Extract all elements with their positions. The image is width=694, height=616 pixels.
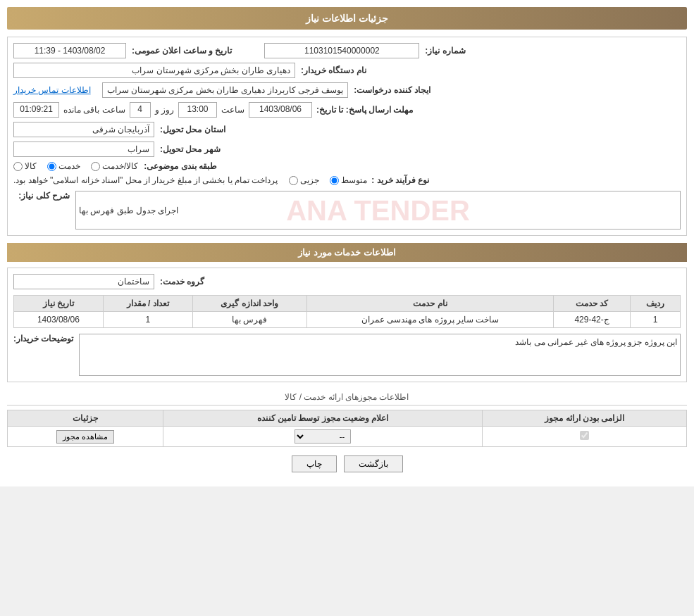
remaining-label: ساعت باقی مانده	[63, 105, 125, 115]
deadline-label: مهلت ارسال پاسخ: تا تاریخ:	[316, 105, 413, 115]
services-section: گروه خدمت: ساختمان ردیف کد حدمت نام حدمت…	[7, 268, 687, 382]
general-desc-area: ANA TENDER اجرای جدول طبق فهرس بها	[75, 191, 681, 230]
category-kala-label: کالا	[25, 161, 37, 171]
buyer-org-value: دهیاری طاران بخش مرکزی شهرستان سراب	[13, 63, 295, 78]
purchase-type-label: نوع فرآیند خرید :	[371, 175, 429, 185]
col-date: تاریخ نیاز	[14, 296, 104, 312]
view-license-button[interactable]: مشاهده مجوز	[56, 430, 114, 444]
license-section-title: اطلاعات مجوزهای ارائه خدمت / کالا	[285, 392, 409, 402]
page-wrapper: جزئیات اطلاعات نیاز شماره نیاز: 11031015…	[0, 0, 694, 486]
category-khadamat[interactable]: خدمت	[47, 161, 80, 171]
category-khadamat-radio[interactable]	[47, 162, 56, 171]
page-header: جزئیات اطلاعات نیاز	[7, 7, 687, 30]
need-number-value: 1103101540000002	[264, 43, 419, 58]
table-row: 1 ج-42-429 ساخت سایر پروژه های مهندسی عم…	[14, 312, 681, 328]
deadline-date: 1403/08/06	[249, 102, 312, 118]
category-kala-khadamat[interactable]: کالا/خدمت	[91, 161, 138, 171]
category-kala[interactable]: کالا	[13, 161, 37, 171]
col-status: اعلام وضعیت مجوز توسط تامین کننده	[163, 410, 483, 427]
license-required-cell	[483, 427, 687, 447]
buyer-desc-label: توضیحات خریدار:	[13, 334, 73, 344]
back-button[interactable]: بازگشت	[344, 455, 403, 472]
license-section: اطلاعات مجوزهای ارائه خدمت / کالا الزامی…	[7, 389, 687, 447]
cell-unit: فهرس بها	[192, 312, 306, 328]
creator-label: ایجاد کننده درخواست:	[354, 85, 430, 95]
purchase-motavasset-label: متوسط	[341, 175, 367, 185]
services-table-header: ردیف کد حدمت نام حدمت واحد اندازه گیری ت…	[14, 296, 681, 312]
category-row: طبقه بندی موضوعی: کالا/خدمت خدمت کالا	[13, 161, 681, 171]
need-number-row: شماره نیاز: 1103101540000002 تاریخ و ساع…	[13, 43, 681, 58]
col-required: الزامی بودن ارائه مجوز	[483, 410, 687, 427]
watermark-logo: ANA TENDER	[286, 194, 470, 226]
license-details-cell: مشاهده مجوز	[8, 427, 163, 447]
province-row: استان محل تحویل: آذربایجان شرقی	[13, 122, 681, 137]
city-row: شهر محل تحویل: سراب	[13, 142, 681, 157]
province-label: استان محل تحویل:	[160, 125, 225, 134]
announce-label: تاریخ و ساعت اعلان عمومی:	[132, 46, 232, 56]
service-group-row: گروه خدمت: ساختمان	[13, 274, 681, 289]
category-radio-group: کالا/خدمت خدمت کالا	[13, 161, 138, 171]
col-quantity: تعداد / مقدار	[103, 296, 192, 312]
category-kala-khadamat-label: کالا/خدمت	[102, 161, 138, 171]
col-name: نام حدمت	[306, 296, 553, 312]
col-row: ردیف	[631, 296, 681, 312]
province-value: آذربایجان شرقی	[13, 122, 154, 137]
print-button[interactable]: چاپ	[292, 455, 337, 472]
buyer-org-row: نام دستگاه خریدار: دهیاری طاران بخش مرکز…	[13, 63, 681, 78]
page-title: جزئیات اطلاعات نیاز	[306, 13, 388, 24]
cell-date: 1403/08/06	[14, 312, 104, 328]
license-table: الزامی بودن ارائه مجوز اعلام وضعیت مجوز …	[7, 410, 687, 447]
deadline-row: مهلت ارسال پاسخ: تا تاریخ: 1403/08/06 سا…	[13, 102, 681, 118]
col-details: جزئیات	[8, 410, 163, 427]
license-status-select[interactable]: --	[295, 429, 351, 444]
buyer-desc-area: این پروژه جزو پروژه های غیر عمرانی می با…	[79, 334, 681, 376]
purchase-type-row: نوع فرآیند خرید : متوسط جزیی پرداخت تمام…	[13, 175, 681, 185]
deadline-remaining: 01:09:21	[13, 102, 59, 118]
purchase-jozi[interactable]: جزیی	[289, 175, 319, 185]
category-kala-khadamat-radio[interactable]	[91, 162, 100, 171]
buyer-desc-value: این پروژه جزو پروژه های غیر عمرانی می با…	[515, 337, 677, 347]
general-desc-row: شرح کلی نیاز: ANA TENDER اجرای جدول طبق …	[13, 191, 681, 230]
category-khadamat-label: خدمت	[58, 161, 80, 171]
license-table-header: الزامی بودن ارائه مجوز اعلام وضعیت مجوز …	[8, 410, 687, 427]
general-desc-label: شرح کلی نیاز:	[13, 191, 70, 201]
purchase-motavasset[interactable]: متوسط	[330, 175, 367, 185]
cell-name: ساخت سایر پروژه های مهندسی عمران	[306, 312, 553, 328]
cell-quantity: 1	[103, 312, 192, 328]
purchase-motavasset-radio[interactable]	[330, 176, 339, 185]
general-desc-value: اجرای جدول طبق فهرس بها	[79, 206, 178, 215]
purchase-type-desc: پرداخت تمام یا بخشی از مبلغ خریدار از مح…	[13, 175, 278, 185]
cell-row: 1	[631, 312, 681, 328]
services-table: ردیف کد حدمت نام حدمت واحد اندازه گیری ت…	[13, 295, 681, 328]
purchase-jozi-label: جزیی	[300, 175, 319, 185]
license-required-checkbox	[580, 431, 589, 440]
buyer-org-label: نام دستگاه خریدار:	[301, 65, 366, 75]
purchase-type-radio-group: متوسط جزیی	[289, 175, 367, 185]
category-label: طبقه بندی موضوعی:	[144, 161, 217, 171]
col-code: کد حدمت	[553, 296, 630, 312]
license-status-cell: --	[163, 427, 483, 447]
cell-code: ج-42-429	[553, 312, 630, 328]
buyer-desc-row: توضیحات خریدار: این پروژه جزو پروژه های …	[13, 334, 681, 376]
services-section-title: اطلاعات خدمات مورد نیاز	[7, 243, 687, 262]
general-desc-section: شرح کلی نیاز: ANA TENDER اجرای جدول طبق …	[13, 191, 681, 230]
announce-value: 1403/08/02 - 11:39	[13, 43, 126, 58]
main-section: شماره نیاز: 1103101540000002 تاریخ و ساع…	[7, 37, 687, 236]
city-value: سراب	[13, 142, 154, 157]
license-header: اطلاعات مجوزهای ارائه خدمت / کالا	[7, 389, 687, 406]
creator-row: ایجاد کننده درخواست: یوسف فرجی کاربرداز …	[13, 82, 681, 98]
col-unit: واحد اندازه گیری	[192, 296, 306, 312]
time-label: ساعت	[221, 105, 244, 115]
service-group-label: گروه خدمت:	[160, 277, 204, 287]
bottom-buttons: بازگشت چاپ	[7, 455, 687, 472]
category-kala-radio[interactable]	[13, 162, 23, 171]
creator-link[interactable]: اطلاعات تماس خریدار	[13, 85, 91, 95]
deadline-days: 4	[130, 102, 151, 118]
purchase-jozi-radio[interactable]	[289, 176, 298, 185]
deadline-time: 13:00	[178, 102, 217, 118]
creator-value: یوسف فرجی کاربرداز دهیاری طاران بخش مرکز…	[102, 82, 349, 98]
license-row: -- مشاهده مجوز	[8, 427, 687, 447]
day-label: روز و	[155, 105, 174, 115]
city-label: شهر محل تحویل:	[160, 144, 221, 154]
need-number-label: شماره نیاز:	[425, 46, 465, 56]
